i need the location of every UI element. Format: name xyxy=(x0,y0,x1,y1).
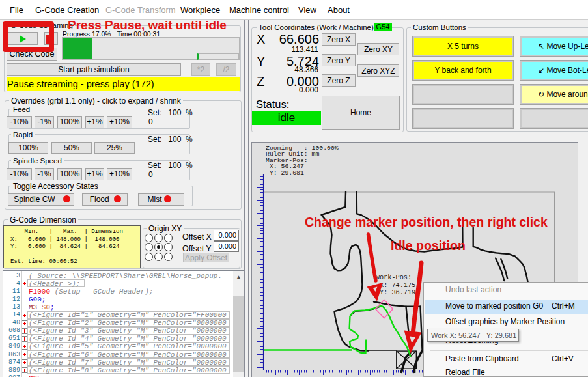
svg-text:Work-Pos:: Work-Pos: xyxy=(376,274,412,281)
svg-text:Y: 29.681: Y: 29.681 xyxy=(266,169,304,176)
svg-text:Idle position: Idle position xyxy=(391,238,466,253)
svg-text:Change marker position, then r: Change marker position, then right click xyxy=(305,215,548,229)
svg-text:Y: 36.719: Y: 36.719 xyxy=(376,289,415,296)
